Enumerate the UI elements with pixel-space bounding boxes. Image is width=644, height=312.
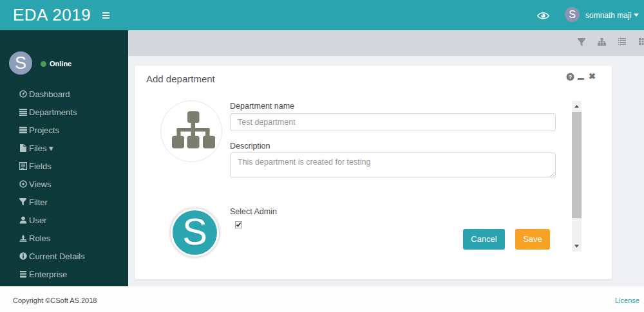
svg-text:?: ? (569, 74, 573, 80)
